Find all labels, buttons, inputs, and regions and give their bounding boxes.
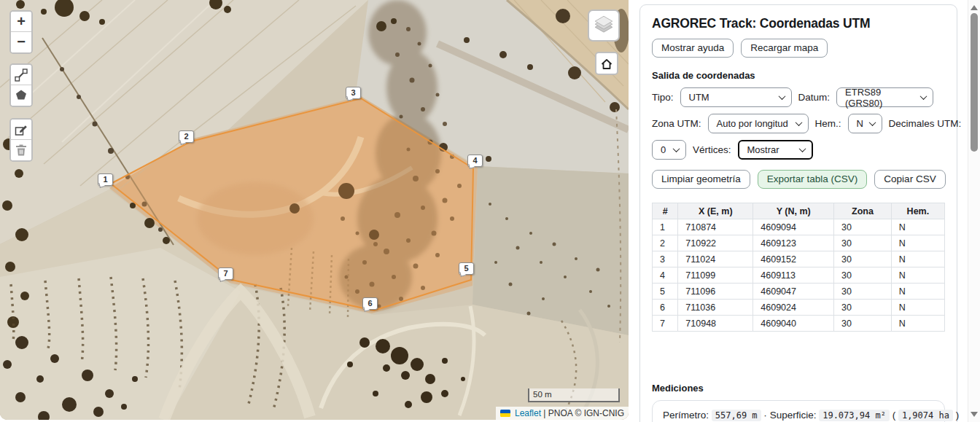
col-header-num: # (653, 203, 678, 219)
hem-label: Hem.: (815, 118, 841, 129)
reload-map-button[interactable]: Recargar mapa (741, 39, 828, 58)
datum-select[interactable]: ETRS89 (GRS80) (836, 87, 933, 107)
decimales-label: Decimales UTM: (889, 118, 962, 129)
perimeter-value: 557,69 m (712, 410, 761, 421)
edit-toolbar (9, 118, 33, 162)
vertices-label: Vértices: (693, 144, 731, 155)
vertex-marker[interactable]: 4 (467, 155, 483, 167)
top-button-row: Mostrar ayuda Recargar mapa (652, 39, 945, 58)
table-row: 4711099460911330N (653, 267, 945, 284)
table-row: 1710874460909430N (653, 219, 945, 235)
chevron-down-icon (868, 119, 876, 126)
polyline-icon (12, 66, 30, 84)
home-button[interactable] (595, 52, 618, 75)
panel-card: AGROREC Track: Coordenadas UTM Mostrar a… (639, 4, 957, 422)
home-icon (598, 55, 615, 72)
measurements-box: Perímetro: 557,69 m · Superficie: 19.073… (652, 400, 945, 422)
perimeter-label: Perímetro: (663, 410, 709, 421)
col-header-y: Y (N, m) (753, 203, 834, 219)
clear-geometry-button[interactable]: Limpiar geometría (652, 170, 750, 189)
area-ha-value: 1,9074 ha (898, 410, 953, 421)
agrorec-app: 1 2 3 4 5 6 7 + − (0, 0, 980, 422)
zoom-out-button[interactable]: − (11, 32, 31, 52)
draw-polygon-button[interactable] (11, 85, 31, 106)
vertices-select[interactable]: Mostrar (738, 140, 813, 160)
page-title: AGROREC Track: Coordenadas UTM (652, 16, 945, 31)
area-value: 19.073,94 m² (819, 410, 890, 421)
coordinates-table: # X (E, m) Y (N, m) Zona Hem. 1710874460… (652, 203, 945, 332)
datum-select-value: ETRS89 (GRS80) (845, 87, 915, 109)
vertex-marker[interactable]: 5 (459, 262, 474, 275)
hem-select-value: N (857, 118, 863, 129)
field-polygon-shape (111, 98, 473, 310)
decimales-select-value: 0 (661, 144, 666, 155)
action-button-row: Limpiar geometría Exportar tabla (CSV) C… (652, 170, 945, 189)
copy-csv-button[interactable]: Copiar CSV (874, 170, 945, 189)
map-attribution: Leaflet | PNOA © IGN-CNIG (496, 407, 629, 420)
measure-separator: · (763, 410, 767, 421)
edit-layers-button[interactable] (11, 120, 31, 140)
attribution-source: PNOA © IGN-CNIG (548, 408, 624, 418)
zona-select-value: Auto por longitud (717, 118, 788, 129)
datum-label: Datum: (798, 92, 831, 103)
table-header-row: # X (E, m) Y (N, m) Zona Hem. (653, 203, 945, 219)
tipo-label: Tipo: (652, 92, 674, 103)
vertex-marker[interactable]: 2 (179, 130, 194, 143)
vertex-marker[interactable]: 3 (346, 87, 361, 99)
output-section-heading: Salida de coordenadas (652, 70, 945, 81)
layers-icon (589, 11, 618, 40)
vertex-marker[interactable]: 7 (218, 267, 233, 280)
table-row: 6711036460902430N (653, 300, 945, 316)
col-header-hem: Hem. (891, 203, 944, 219)
scrollbar-thumb[interactable] (971, 13, 978, 152)
col-header-x: X (E, m) (678, 203, 753, 219)
measurements-heading: Mediciones (652, 383, 945, 394)
chevron-down-icon (673, 145, 680, 152)
ukraine-flag-icon (500, 410, 510, 417)
show-help-button[interactable]: Mostrar ayuda (652, 39, 734, 58)
table-row: 7710948460904030N (653, 316, 945, 332)
draw-polyline-button[interactable] (11, 65, 31, 85)
vertices-select-value: Mostrar (747, 144, 779, 155)
paren-open: ( (892, 410, 896, 421)
tipo-select-value: UTM (689, 92, 709, 103)
edit-icon (12, 121, 30, 138)
table-row: 3711024460915230N (653, 251, 945, 267)
export-csv-button[interactable]: Exportar tabla (CSV) (758, 170, 868, 189)
chevron-down-icon (778, 93, 785, 100)
page-scrollbar[interactable] (968, 0, 980, 422)
polygon-icon (12, 87, 30, 104)
delete-layers-button[interactable] (11, 140, 31, 160)
attribution-separator: | (543, 408, 545, 418)
layers-control[interactable] (588, 9, 620, 42)
chevron-down-icon (795, 119, 802, 126)
trash-icon (12, 141, 30, 159)
hem-select[interactable]: N (848, 114, 882, 133)
chevron-down-icon (798, 145, 806, 152)
decimales-select[interactable]: 0 (652, 140, 686, 160)
scale-bar: 50 m (528, 388, 620, 402)
paren-close: ) (956, 410, 960, 421)
field-polygon[interactable] (0, 0, 629, 420)
area-label: Superficie: (770, 410, 817, 421)
side-panel: AGROREC Track: Coordenadas UTM Mostrar a… (629, 0, 968, 422)
scrollbar-down-arrow[interactable] (971, 412, 978, 417)
zona-label: Zona UTM: (652, 118, 701, 129)
zona-utm-select[interactable]: Auto por longitud (708, 114, 809, 133)
table-row: 2710922460912330N (653, 235, 945, 251)
vertex-marker[interactable]: 1 (98, 173, 113, 186)
chevron-down-icon (920, 93, 928, 100)
draw-toolbar (9, 63, 33, 107)
zoom-control: + − (9, 10, 33, 54)
table-row: 5711096460904730N (653, 284, 945, 300)
vertex-marker[interactable]: 6 (362, 297, 378, 310)
scrollbar-up-arrow[interactable] (971, 5, 978, 10)
map[interactable]: 1 2 3 4 5 6 7 + − (0, 0, 629, 420)
leaflet-link[interactable]: Leaflet (515, 408, 541, 418)
zoom-in-button[interactable]: + (11, 12, 31, 32)
col-header-zona: Zona (834, 203, 892, 219)
tipo-select[interactable]: UTM (680, 87, 792, 107)
